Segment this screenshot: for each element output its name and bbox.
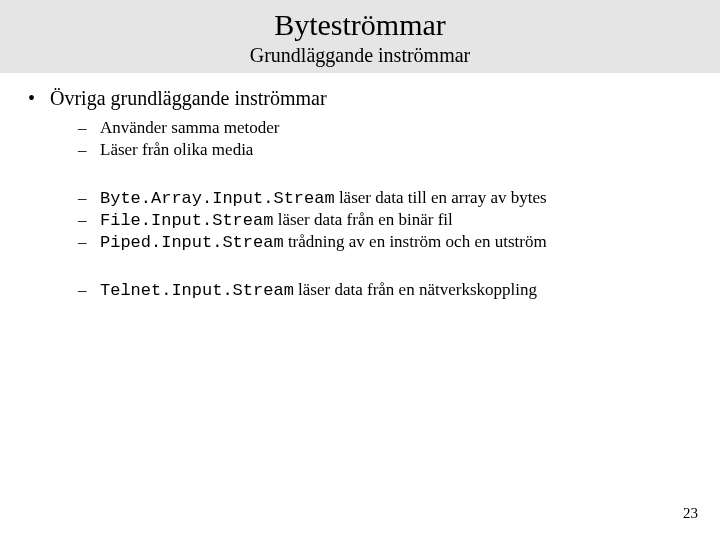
list-item: – Byte.Array.Input.Stream läser data til… [78,188,720,208]
sub-item-text: Byte.Array.Input.Stream läser data till … [100,188,547,208]
slide-title: Byteströmmar [0,8,720,42]
slide-subtitle: Grundläggande inströmmar [0,44,720,67]
code-token: Piped.Input.Stream [100,233,284,252]
bullet-main: • Övriga grundläggande inströmmar [28,87,720,110]
list-item: – File.Input.Stream läser data från en b… [78,210,720,230]
code-desc: läser data från en binär fil [273,210,452,229]
dash-icon: – [78,118,100,138]
bullet-main-text: Övriga grundläggande inströmmar [50,87,327,110]
slide-header: Byteströmmar Grundläggande inströmmar [0,0,720,73]
code-desc: läser data från en nätverkskoppling [294,280,537,299]
page-number: 23 [683,505,698,522]
slide-content: • Övriga grundläggande inströmmar – Anvä… [0,73,720,300]
dash-icon: – [78,232,100,252]
dash-icon: – [78,188,100,208]
bullet-dot-icon: • [28,87,50,110]
code-token: Byte.Array.Input.Stream [100,189,335,208]
code-token: File.Input.Stream [100,211,273,230]
sub-item-text: Piped.Input.Stream trådning av en inströ… [100,232,547,252]
sub-group-1: – Använder samma metoder – Läser från ol… [78,118,720,160]
sub-group-2: – Byte.Array.Input.Stream läser data til… [78,188,720,252]
list-item: – Piped.Input.Stream trådning av en inst… [78,232,720,252]
list-item: – Telnet.Input.Stream läser data från en… [78,280,720,300]
list-item: – Läser från olika media [78,140,720,160]
sub-item-text: File.Input.Stream läser data från en bin… [100,210,453,230]
sub-item-text: Telnet.Input.Stream läser data från en n… [100,280,537,300]
sub-item-text: Läser från olika media [100,140,253,160]
dash-icon: – [78,140,100,160]
list-item: – Använder samma metoder [78,118,720,138]
code-desc: trådning av en inström och en utström [284,232,547,251]
sub-group-3: – Telnet.Input.Stream läser data från en… [78,280,720,300]
dash-icon: – [78,280,100,300]
dash-icon: – [78,210,100,230]
sub-item-text: Använder samma metoder [100,118,279,138]
code-desc: läser data till en array av bytes [335,188,547,207]
code-token: Telnet.Input.Stream [100,281,294,300]
